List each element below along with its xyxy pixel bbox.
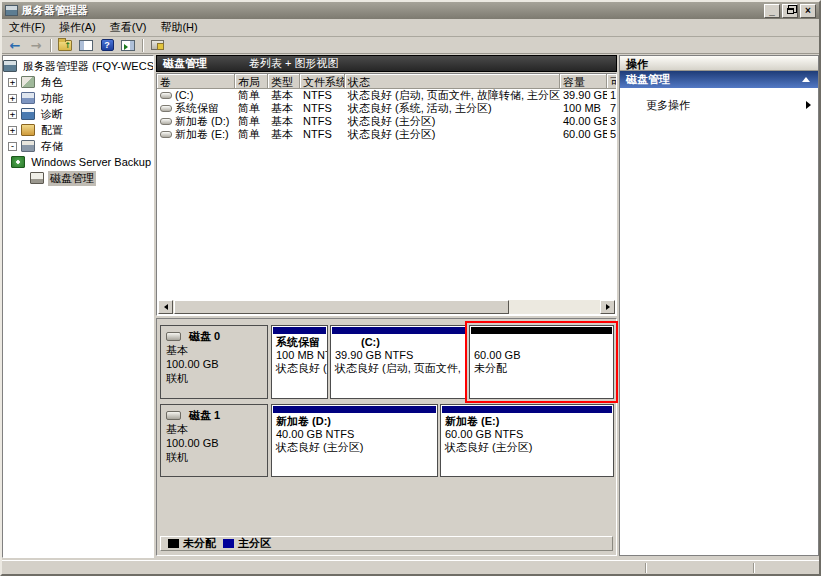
disk-1-info[interactable]: 磁盘 1 基本 100.00 GB 联机 [160, 404, 268, 477]
action-pane-icon [121, 40, 135, 51]
back-button[interactable]: ← [5, 38, 25, 53]
diagnostics-icon [21, 108, 35, 120]
disk-size: 100.00 GB [166, 357, 262, 371]
menu-help[interactable]: 帮助(H) [153, 18, 204, 37]
volume-list-header: 卷 布局 类型 文件系统 状态 容量 可 [157, 74, 616, 89]
restore-icon [787, 8, 794, 14]
submenu-arrow-icon [806, 101, 811, 109]
volume-row-system-reserved[interactable]: 系统保留 简单 基本 NTFS 状态良好 (系统, 活动, 主分区) 100 M… [157, 102, 616, 115]
storage-icon [21, 140, 35, 152]
volume-icon [160, 92, 172, 99]
legend-primary-swatch [223, 539, 234, 548]
partition-e[interactable]: 新加卷 (E:) 60.00 GB NTFS 状态良好 (主分区) [440, 404, 614, 477]
status-bar-divider [753, 563, 755, 573]
column-header-free[interactable]: 可 [607, 74, 616, 89]
toolbar: ← → ↑ ? [2, 37, 819, 54]
forward-icon: → [31, 38, 42, 53]
actions-pane-title: 操作 [620, 56, 818, 71]
column-header-volume[interactable]: 卷 [157, 74, 235, 89]
toolbar-separator [142, 39, 144, 52]
features-icon [21, 92, 35, 104]
close-button[interactable]: × [800, 4, 816, 18]
menu-view[interactable]: 查看(V) [103, 18, 154, 37]
column-header-status[interactable]: 状态 [345, 74, 560, 89]
partition-stripe [471, 327, 612, 334]
partition-d[interactable]: 新加卷 (D:) 40.00 GB NTFS 状态良好 (主分区) [271, 404, 438, 477]
restore-button[interactable] [782, 4, 798, 18]
backup-icon [11, 156, 25, 168]
partition-unallocated[interactable]: 60.00 GB 未分配 [469, 325, 614, 399]
title-bar: 服务器管理器 _ × [2, 2, 819, 19]
scroll-right-icon [606, 304, 610, 310]
menu-bar: 文件(F) 操作(A) 查看(V) 帮助(H) [2, 19, 819, 37]
tree-item-disk-management[interactable]: 磁盘管理 [3, 170, 153, 186]
tree-item-features[interactable]: + 功能 [3, 90, 153, 106]
collapse-section-icon[interactable] [802, 77, 810, 82]
window-title: 服务器管理器 [22, 3, 88, 18]
tree-item-diagnostics[interactable]: + 诊断 [3, 106, 153, 122]
tree-root-server-manager[interactable]: 服务器管理器 (FQY-WECS) [3, 58, 153, 74]
column-header-filesystem[interactable]: 文件系统 [300, 74, 345, 89]
volume-row-c[interactable]: (C:) 简单 基本 NTFS 状态良好 (启动, 页面文件, 故障转储, 主分… [157, 89, 616, 102]
scroll-left-button[interactable] [158, 300, 173, 314]
minimize-button[interactable]: _ [764, 4, 780, 18]
disk-icon [166, 411, 181, 420]
configuration-icon [21, 124, 35, 136]
help-button[interactable]: ? [97, 38, 117, 53]
scrollbar-thumb[interactable] [174, 300, 509, 314]
computer-config-icon [151, 40, 164, 50]
pane-title: 磁盘管理 [157, 56, 207, 71]
legend-unallocated-label: 未分配 [183, 536, 216, 551]
expand-icon[interactable]: + [8, 110, 17, 119]
tree-item-configuration[interactable]: + 配置 [3, 122, 153, 138]
partition-system-reserved[interactable]: 系统保留 100 MB NTF 状态良好 ( [271, 325, 328, 399]
disk-management-pane: 磁盘管理 卷列表 + 图形视图 卷 布局 类型 文件系统 状态 容量 可 (C:… [156, 55, 617, 556]
status-bar-divider [645, 563, 647, 573]
volume-row-e[interactable]: 新加卷 (E:) 简单 基本 NTFS 状态良好 (主分区) 60.00 GB … [157, 128, 616, 141]
tree-item-roles[interactable]: + 角色 [3, 74, 153, 90]
up-level-button[interactable]: ↑ [55, 38, 75, 53]
legend-bar: 未分配 主分区 [160, 536, 613, 551]
back-icon: ← [10, 38, 21, 53]
disk-0-info[interactable]: 磁盘 0 基本 100.00 GB 联机 [160, 325, 268, 399]
horizontal-scrollbar[interactable] [158, 300, 615, 314]
volume-icon [160, 105, 172, 112]
expand-icon[interactable]: + [8, 126, 17, 135]
volume-icon [160, 118, 172, 125]
disk-status: 联机 [166, 371, 262, 385]
menu-file[interactable]: 文件(F) [2, 18, 52, 37]
console-tree: 服务器管理器 (FQY-WECS) + 角色 + 功能 + 诊断 + 配置 - … [2, 55, 154, 558]
actions-section-disk-management[interactable]: 磁盘管理 [620, 71, 818, 88]
disk-management-icon [30, 172, 44, 184]
partition-stripe [332, 327, 465, 334]
volume-row-d[interactable]: 新加卷 (D:) 简单 基本 NTFS 状态良好 (主分区) 40.00 GB … [157, 115, 616, 128]
column-header-capacity[interactable]: 容量 [560, 74, 607, 89]
expand-icon[interactable]: + [8, 94, 17, 103]
collapse-icon[interactable]: - [8, 142, 17, 151]
folder-up-icon: ↑ [58, 40, 72, 51]
toolbar-separator [50, 39, 52, 52]
tree-item-windows-server-backup[interactable]: Windows Server Backup [3, 154, 153, 170]
expand-icon[interactable]: + [8, 78, 17, 87]
partition-stripe [442, 406, 612, 413]
disk-0-row: 磁盘 0 基本 100.00 GB 联机 系统保留 100 MB NTF 状态良… [160, 325, 613, 399]
show-action-pane-button[interactable] [118, 38, 138, 53]
help-icon: ? [101, 39, 114, 51]
partition-stripe [273, 406, 436, 413]
volume-icon [160, 131, 172, 138]
disk-status: 联机 [166, 450, 262, 464]
partition-c[interactable]: (C:) 39.90 GB NTFS 状态良好 (启动, 页面文件, [330, 325, 467, 399]
menu-action[interactable]: 操作(A) [52, 18, 103, 37]
pane-header: 磁盘管理 卷列表 + 图形视图 [156, 55, 617, 72]
disk-1-row: 磁盘 1 基本 100.00 GB 联机 新加卷 (D:) 40.00 GB N… [160, 404, 613, 477]
refresh-button[interactable] [147, 38, 167, 53]
graphical-view: 磁盘 0 基本 100.00 GB 联机 系统保留 100 MB NTF 状态良… [156, 318, 617, 556]
forward-button[interactable]: → [26, 38, 46, 53]
column-header-layout[interactable]: 布局 [235, 74, 268, 89]
column-header-type[interactable]: 类型 [268, 74, 300, 89]
scroll-right-button[interactable] [600, 300, 615, 314]
show-console-tree-button[interactable] [76, 38, 96, 53]
volume-list: 卷 布局 类型 文件系统 状态 容量 可 (C:) 简单 基本 NTFS 状态良… [156, 73, 617, 316]
more-actions-item[interactable]: 更多操作 [620, 97, 818, 113]
tree-item-storage[interactable]: - 存储 [3, 138, 153, 154]
